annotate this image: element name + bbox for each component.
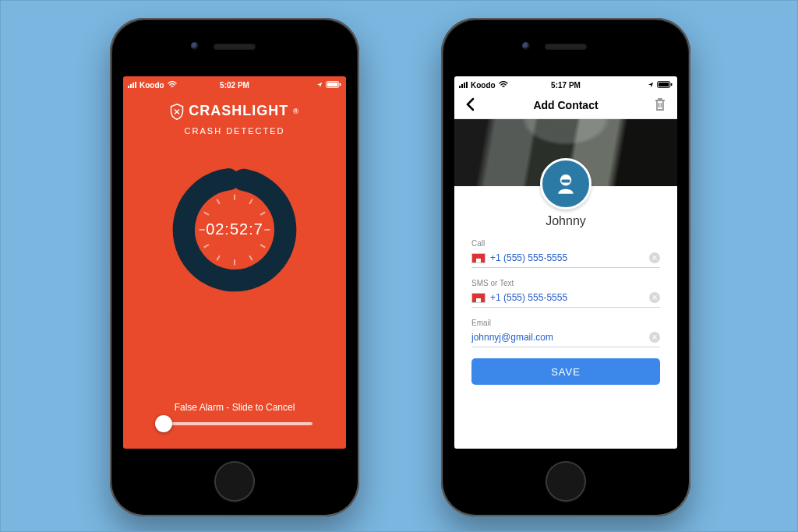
status-bar: Koodo 5:02 PM xyxy=(123,76,346,92)
svg-rect-1 xyxy=(327,82,338,86)
svg-rect-16 xyxy=(659,82,669,86)
speaker-grill xyxy=(545,44,587,50)
iphone-body: Koodo 5:17 PM xyxy=(443,20,688,514)
email-input[interactable] xyxy=(471,332,644,343)
avatar[interactable] xyxy=(540,158,591,210)
home-button[interactable] xyxy=(546,461,586,502)
shield-icon xyxy=(170,104,184,119)
status-bar: Koodo 5:17 PM xyxy=(454,76,677,92)
wifi-icon xyxy=(168,81,177,90)
signal-icon xyxy=(128,82,136,88)
field-label-call: Call xyxy=(471,239,660,248)
front-camera xyxy=(522,42,530,50)
svg-rect-17 xyxy=(671,83,673,86)
nav-bar: Add Contact xyxy=(454,92,677,119)
countdown-ring: 02:52:7 xyxy=(168,164,301,296)
field-label-email: Email xyxy=(471,319,660,327)
iphone-device-left: Koodo 5:02 PM xyxy=(110,18,359,516)
crash-screen: Koodo 5:02 PM xyxy=(123,76,346,449)
screen-crash: Koodo 5:02 PM xyxy=(123,76,346,449)
stage: Koodo 5:02 PM xyxy=(0,0,798,532)
call-input[interactable] xyxy=(490,252,644,263)
carrier-label: Koodo xyxy=(139,81,164,90)
contact-name: Johnny xyxy=(454,214,677,228)
wifi-icon xyxy=(499,81,508,90)
contact-hero xyxy=(454,119,677,186)
signal-icon xyxy=(459,82,468,88)
cancel-slider[interactable] xyxy=(157,422,312,425)
carrier-label: Koodo xyxy=(471,81,496,90)
screen-contact: Koodo 5:17 PM xyxy=(454,76,677,449)
svg-rect-19 xyxy=(561,179,570,182)
sms-input[interactable] xyxy=(490,292,644,303)
field-label-sms: SMS or Text xyxy=(471,279,660,287)
field-call: Call xyxy=(471,239,660,268)
location-icon xyxy=(316,81,323,90)
chevron-left-icon xyxy=(465,97,476,111)
iphone-device-right: Koodo 5:17 PM xyxy=(441,18,690,516)
app-name: CRASHLIGHT xyxy=(189,103,288,119)
save-button[interactable]: SAVE xyxy=(471,358,660,385)
flag-ca-icon[interactable] xyxy=(471,253,486,263)
cancel-area: False Alarm - Slide to Cancel xyxy=(123,402,346,425)
home-button[interactable] xyxy=(214,461,255,502)
app-logo: CRASHLIGHT® CRASH DETECTED xyxy=(123,103,346,136)
clear-sms-button[interactable] xyxy=(649,292,660,303)
field-email: Email xyxy=(471,319,660,347)
crash-subtitle: CRASH DETECTED xyxy=(123,126,346,136)
rider-icon xyxy=(553,171,578,196)
delete-button[interactable] xyxy=(651,94,669,117)
speaker-grill xyxy=(214,44,256,50)
contact-screen: Koodo 5:17 PM xyxy=(454,76,677,449)
front-camera xyxy=(191,42,199,50)
cancel-label: False Alarm - Slide to Cancel xyxy=(123,402,346,413)
svg-rect-2 xyxy=(340,83,341,86)
countdown-timer: 02:52:7 xyxy=(168,164,301,296)
nav-title: Add Contact xyxy=(454,99,677,111)
flag-ca-icon[interactable] xyxy=(471,293,486,303)
back-button[interactable] xyxy=(462,94,479,117)
contact-form: Call SMS or Text xyxy=(454,228,677,385)
clear-email-button[interactable] xyxy=(649,332,660,343)
field-sms: SMS or Text xyxy=(471,279,660,308)
iphone-body: Koodo 5:02 PM xyxy=(112,20,357,514)
clear-call-button[interactable] xyxy=(649,252,660,263)
battery-icon xyxy=(326,81,341,90)
slider-thumb[interactable] xyxy=(155,415,172,432)
location-icon xyxy=(648,81,654,90)
battery-icon xyxy=(657,81,673,90)
trash-icon xyxy=(654,97,666,111)
